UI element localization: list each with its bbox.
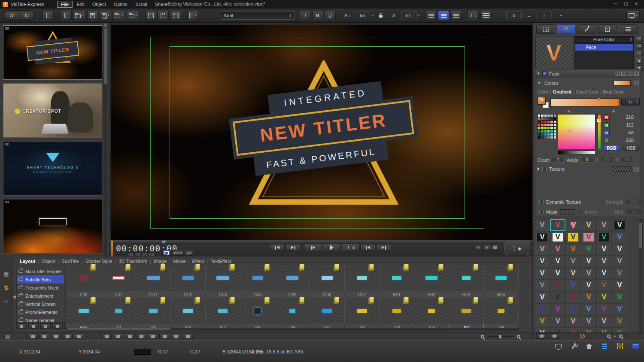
style-preset-43[interactable]: V	[550, 303, 565, 315]
tool-tab-templates[interactable]: T	[598, 24, 617, 34]
palette-swatch[interactable]	[550, 127, 553, 130]
palette-swatch[interactable]	[538, 127, 541, 130]
template-I05[interactable]: I05	[240, 298, 275, 331]
x-input[interactable]: 62	[601, 157, 614, 163]
template-I04[interactable]: I04	[206, 298, 240, 331]
style-preset-25[interactable]: V	[550, 267, 565, 279]
title-banner-group[interactable]: INTEGRATED NEW TITLER FAST & POWERFUL	[227, 78, 424, 204]
invert-checkbox[interactable]	[578, 210, 582, 214]
style-preset-15[interactable]: V	[581, 243, 596, 255]
tab-image[interactable]: Image	[151, 258, 170, 264]
auto-apply-toggle[interactable]	[4, 334, 10, 339]
replace-template-button[interactable]	[125, 334, 135, 339]
redo-button[interactable]: ↻	[20, 12, 33, 19]
tool-tab-library[interactable]	[619, 24, 638, 34]
template-G07[interactable]: G07	[345, 265, 380, 298]
align-center-button[interactable]	[438, 11, 449, 20]
template-grid-scrollbar[interactable]	[67, 328, 519, 331]
tab-3d-transform[interactable]: 3D Transform	[116, 258, 150, 264]
save-project-button[interactable]	[87, 11, 98, 20]
menu-edit[interactable]: Edit	[73, 1, 88, 8]
channel-list-icon[interactable]	[600, 342, 609, 350]
template-I06[interactable]: I06	[275, 298, 310, 331]
fill-tab-quad-grad[interactable]: Quad Grad	[576, 89, 598, 94]
template-J05[interactable]: J05	[484, 298, 519, 331]
style-preset-35[interactable]: V	[612, 279, 627, 291]
palette-swatch[interactable]	[538, 121, 541, 124]
scene-thumbnail-01[interactable]: 01 CREATOR SPOT	[3, 83, 102, 138]
color-field-marker[interactable]	[568, 130, 571, 133]
style-preset-9[interactable]: V	[581, 231, 596, 243]
palette-swatch[interactable]	[553, 136, 556, 139]
palette-swatch[interactable]	[547, 121, 550, 124]
media-library-icon[interactable]	[631, 342, 640, 350]
skew-caret-icon[interactable]: ▾	[418, 14, 420, 17]
scroll-up-icon[interactable]: ▲	[103, 23, 107, 27]
font-spinner-icon[interactable]: ▲▼	[289, 13, 292, 18]
style-preset-48[interactable]: V	[535, 315, 550, 327]
strength-input[interactable]: 100	[626, 199, 642, 205]
template-H05[interactable]: H05	[67, 298, 101, 331]
palette-swatch[interactable]	[538, 114, 541, 117]
palette-swatch[interactable]	[553, 114, 556, 117]
palette-swatch[interactable]	[550, 121, 553, 124]
style-preset-34[interactable]: V	[596, 279, 612, 291]
tools-wrench-icon[interactable]	[569, 342, 578, 350]
category-vertical-screen[interactable]: Vertical Screen	[17, 300, 64, 308]
audio-mixer-icon[interactable]	[616, 342, 624, 350]
fill-tab-gradient[interactable]: Gradient	[553, 89, 571, 94]
style-preset-40[interactable]: V	[596, 291, 612, 303]
zoom-out-icon[interactable]	[481, 335, 484, 338]
refresh-library-button[interactable]	[171, 334, 181, 339]
style-preset-17[interactable]: V	[612, 243, 627, 255]
text-italic-button[interactable]: I	[300, 11, 311, 20]
style-preset-50[interactable]: V	[565, 315, 581, 327]
delete-category-button[interactable]	[39, 334, 49, 339]
rename-category-button[interactable]	[40, 323, 51, 329]
channel-color-button[interactable]: ●●	[474, 245, 482, 250]
lock-ratio-button[interactable]	[375, 11, 386, 20]
tab-shader-style[interactable]: Shader Style	[82, 258, 115, 264]
render-settings-button[interactable]: ▾	[187, 11, 198, 20]
style-preset-31[interactable]: V	[550, 279, 565, 291]
expand-icon[interactable]: ▼	[537, 72, 540, 75]
fill-tab-color[interactable]: Color	[538, 89, 548, 94]
scene-thumbnail-02[interactable]: 02 SMART TECHNOLOG 3 COMMUNICATION	[3, 141, 102, 196]
scene-thumbnail-00[interactable]: 00 NEW TITLER	[3, 25, 102, 80]
template-H01[interactable]: H01	[380, 265, 414, 298]
zoom-out-icon[interactable]	[607, 335, 611, 338]
rename-category-button[interactable]	[51, 334, 61, 339]
palette-swatch[interactable]	[553, 124, 556, 127]
style-preset-19[interactable]: V	[550, 255, 565, 267]
palette-swatch[interactable]	[550, 136, 553, 139]
palette-swatch[interactable]	[544, 133, 547, 136]
category-main-title-templet[interactable]: Main Title Templet	[17, 267, 64, 275]
category-name-templet[interactable]: Name Templet	[17, 316, 64, 323]
template-G03[interactable]: G03	[206, 265, 240, 298]
style-preset-6[interactable]: V	[535, 231, 550, 243]
template-I07[interactable]: I07	[310, 298, 345, 331]
saturation-value-field[interactable]	[558, 114, 595, 149]
align-left-button[interactable]	[425, 11, 437, 20]
palette-swatch[interactable]	[541, 121, 544, 124]
align-right-button[interactable]	[450, 11, 462, 20]
style-preset-11[interactable]: V	[612, 231, 627, 243]
save-project-as-button[interactable]: ▾	[100, 11, 112, 20]
add-shader-button[interactable]: +	[636, 36, 643, 42]
template-J02[interactable]: J02	[380, 298, 414, 331]
current-gradient-swatch[interactable]	[614, 80, 631, 86]
copy-style-icon[interactable]	[615, 72, 620, 76]
scrollbar-thumb[interactable]	[67, 328, 170, 330]
eyedropper-icon[interactable]	[538, 97, 549, 108]
category-frequently-used[interactable]: Frequently Used	[17, 284, 64, 292]
zoom-in-icon[interactable]	[517, 335, 520, 338]
tab-object[interactable]: Object	[39, 258, 58, 264]
apply-template-button[interactable]	[101, 334, 112, 339]
text-bold-button[interactable]: B	[312, 11, 323, 20]
play-button[interactable]	[323, 244, 341, 251]
palette-swatch[interactable]	[541, 133, 544, 136]
add-category-button[interactable]	[27, 334, 38, 339]
palette-swatch[interactable]	[541, 136, 544, 139]
font-family-select[interactable]: Arial ▲▼	[221, 11, 295, 20]
palette-swatch[interactable]	[553, 121, 556, 124]
